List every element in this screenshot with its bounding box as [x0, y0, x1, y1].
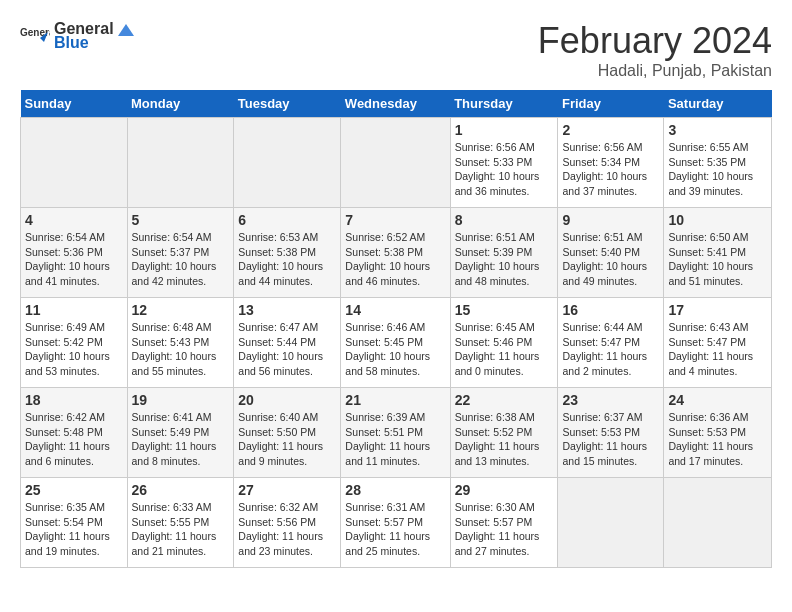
day-number: 3 [668, 122, 767, 138]
calendar-cell: 1Sunrise: 6:56 AM Sunset: 5:33 PM Daylig… [450, 118, 558, 208]
column-header-saturday: Saturday [664, 90, 772, 118]
day-number: 10 [668, 212, 767, 228]
day-info: Sunrise: 6:42 AM Sunset: 5:48 PM Dayligh… [25, 410, 123, 469]
day-info: Sunrise: 6:54 AM Sunset: 5:37 PM Dayligh… [132, 230, 230, 289]
day-number: 21 [345, 392, 445, 408]
day-number: 17 [668, 302, 767, 318]
day-number: 11 [25, 302, 123, 318]
day-info: Sunrise: 6:40 AM Sunset: 5:50 PM Dayligh… [238, 410, 336, 469]
calendar-cell: 18Sunrise: 6:42 AM Sunset: 5:48 PM Dayli… [21, 388, 128, 478]
calendar-cell: 24Sunrise: 6:36 AM Sunset: 5:53 PM Dayli… [664, 388, 772, 478]
day-info: Sunrise: 6:50 AM Sunset: 5:41 PM Dayligh… [668, 230, 767, 289]
day-info: Sunrise: 6:41 AM Sunset: 5:49 PM Dayligh… [132, 410, 230, 469]
calendar-cell: 8Sunrise: 6:51 AM Sunset: 5:39 PM Daylig… [450, 208, 558, 298]
calendar-cell: 2Sunrise: 6:56 AM Sunset: 5:34 PM Daylig… [558, 118, 664, 208]
calendar-cell: 21Sunrise: 6:39 AM Sunset: 5:51 PM Dayli… [341, 388, 450, 478]
calendar-table: SundayMondayTuesdayWednesdayThursdayFrid… [20, 90, 772, 568]
day-number: 8 [455, 212, 554, 228]
calendar-cell: 11Sunrise: 6:49 AM Sunset: 5:42 PM Dayli… [21, 298, 128, 388]
column-header-thursday: Thursday [450, 90, 558, 118]
calendar-cell: 20Sunrise: 6:40 AM Sunset: 5:50 PM Dayli… [234, 388, 341, 478]
day-number: 27 [238, 482, 336, 498]
calendar-cell [234, 118, 341, 208]
day-info: Sunrise: 6:56 AM Sunset: 5:34 PM Dayligh… [562, 140, 659, 199]
day-info: Sunrise: 6:52 AM Sunset: 5:38 PM Dayligh… [345, 230, 445, 289]
main-title: February 2024 [538, 20, 772, 62]
column-header-friday: Friday [558, 90, 664, 118]
day-info: Sunrise: 6:43 AM Sunset: 5:47 PM Dayligh… [668, 320, 767, 379]
day-number: 14 [345, 302, 445, 318]
day-number: 7 [345, 212, 445, 228]
day-info: Sunrise: 6:33 AM Sunset: 5:55 PM Dayligh… [132, 500, 230, 559]
logo-icon: General [20, 24, 50, 48]
day-number: 29 [455, 482, 554, 498]
day-number: 16 [562, 302, 659, 318]
column-header-wednesday: Wednesday [341, 90, 450, 118]
day-info: Sunrise: 6:32 AM Sunset: 5:56 PM Dayligh… [238, 500, 336, 559]
calendar-cell: 22Sunrise: 6:38 AM Sunset: 5:52 PM Dayli… [450, 388, 558, 478]
column-header-tuesday: Tuesday [234, 90, 341, 118]
calendar-cell [341, 118, 450, 208]
day-number: 20 [238, 392, 336, 408]
calendar-cell: 28Sunrise: 6:31 AM Sunset: 5:57 PM Dayli… [341, 478, 450, 568]
day-info: Sunrise: 6:56 AM Sunset: 5:33 PM Dayligh… [455, 140, 554, 199]
day-number: 1 [455, 122, 554, 138]
day-info: Sunrise: 6:36 AM Sunset: 5:53 PM Dayligh… [668, 410, 767, 469]
calendar-cell: 27Sunrise: 6:32 AM Sunset: 5:56 PM Dayli… [234, 478, 341, 568]
day-info: Sunrise: 6:48 AM Sunset: 5:43 PM Dayligh… [132, 320, 230, 379]
day-info: Sunrise: 6:30 AM Sunset: 5:57 PM Dayligh… [455, 500, 554, 559]
day-info: Sunrise: 6:49 AM Sunset: 5:42 PM Dayligh… [25, 320, 123, 379]
day-number: 23 [562, 392, 659, 408]
day-info: Sunrise: 6:45 AM Sunset: 5:46 PM Dayligh… [455, 320, 554, 379]
calendar-cell: 14Sunrise: 6:46 AM Sunset: 5:45 PM Dayli… [341, 298, 450, 388]
day-info: Sunrise: 6:37 AM Sunset: 5:53 PM Dayligh… [562, 410, 659, 469]
calendar-cell: 4Sunrise: 6:54 AM Sunset: 5:36 PM Daylig… [21, 208, 128, 298]
calendar-cell: 16Sunrise: 6:44 AM Sunset: 5:47 PM Dayli… [558, 298, 664, 388]
day-number: 19 [132, 392, 230, 408]
day-number: 15 [455, 302, 554, 318]
day-info: Sunrise: 6:35 AM Sunset: 5:54 PM Dayligh… [25, 500, 123, 559]
day-info: Sunrise: 6:55 AM Sunset: 5:35 PM Dayligh… [668, 140, 767, 199]
day-info: Sunrise: 6:51 AM Sunset: 5:40 PM Dayligh… [562, 230, 659, 289]
day-info: Sunrise: 6:39 AM Sunset: 5:51 PM Dayligh… [345, 410, 445, 469]
calendar-cell: 3Sunrise: 6:55 AM Sunset: 5:35 PM Daylig… [664, 118, 772, 208]
day-info: Sunrise: 6:47 AM Sunset: 5:44 PM Dayligh… [238, 320, 336, 379]
day-number: 25 [25, 482, 123, 498]
day-number: 9 [562, 212, 659, 228]
day-number: 2 [562, 122, 659, 138]
day-number: 28 [345, 482, 445, 498]
calendar-cell: 7Sunrise: 6:52 AM Sunset: 5:38 PM Daylig… [341, 208, 450, 298]
logo: General General Blue [20, 20, 136, 52]
svg-marker-1 [118, 24, 134, 36]
day-number: 24 [668, 392, 767, 408]
day-info: Sunrise: 6:53 AM Sunset: 5:38 PM Dayligh… [238, 230, 336, 289]
calendar-cell: 23Sunrise: 6:37 AM Sunset: 5:53 PM Dayli… [558, 388, 664, 478]
calendar-cell: 12Sunrise: 6:48 AM Sunset: 5:43 PM Dayli… [127, 298, 234, 388]
column-header-sunday: Sunday [21, 90, 128, 118]
day-info: Sunrise: 6:44 AM Sunset: 5:47 PM Dayligh… [562, 320, 659, 379]
day-number: 22 [455, 392, 554, 408]
day-number: 5 [132, 212, 230, 228]
calendar-cell: 6Sunrise: 6:53 AM Sunset: 5:38 PM Daylig… [234, 208, 341, 298]
header: General General Blue February 2024 Hadal… [20, 20, 772, 80]
day-info: Sunrise: 6:46 AM Sunset: 5:45 PM Dayligh… [345, 320, 445, 379]
calendar-cell: 19Sunrise: 6:41 AM Sunset: 5:49 PM Dayli… [127, 388, 234, 478]
calendar-cell [127, 118, 234, 208]
day-number: 13 [238, 302, 336, 318]
calendar-cell: 17Sunrise: 6:43 AM Sunset: 5:47 PM Dayli… [664, 298, 772, 388]
subtitle: Hadali, Punjab, Pakistan [538, 62, 772, 80]
day-number: 6 [238, 212, 336, 228]
column-header-monday: Monday [127, 90, 234, 118]
calendar-cell: 10Sunrise: 6:50 AM Sunset: 5:41 PM Dayli… [664, 208, 772, 298]
calendar-cell: 26Sunrise: 6:33 AM Sunset: 5:55 PM Dayli… [127, 478, 234, 568]
calendar-cell: 9Sunrise: 6:51 AM Sunset: 5:40 PM Daylig… [558, 208, 664, 298]
calendar-cell: 5Sunrise: 6:54 AM Sunset: 5:37 PM Daylig… [127, 208, 234, 298]
day-number: 26 [132, 482, 230, 498]
calendar-cell: 15Sunrise: 6:45 AM Sunset: 5:46 PM Dayli… [450, 298, 558, 388]
day-info: Sunrise: 6:54 AM Sunset: 5:36 PM Dayligh… [25, 230, 123, 289]
calendar-cell [558, 478, 664, 568]
day-number: 18 [25, 392, 123, 408]
day-info: Sunrise: 6:31 AM Sunset: 5:57 PM Dayligh… [345, 500, 445, 559]
day-number: 12 [132, 302, 230, 318]
day-info: Sunrise: 6:38 AM Sunset: 5:52 PM Dayligh… [455, 410, 554, 469]
